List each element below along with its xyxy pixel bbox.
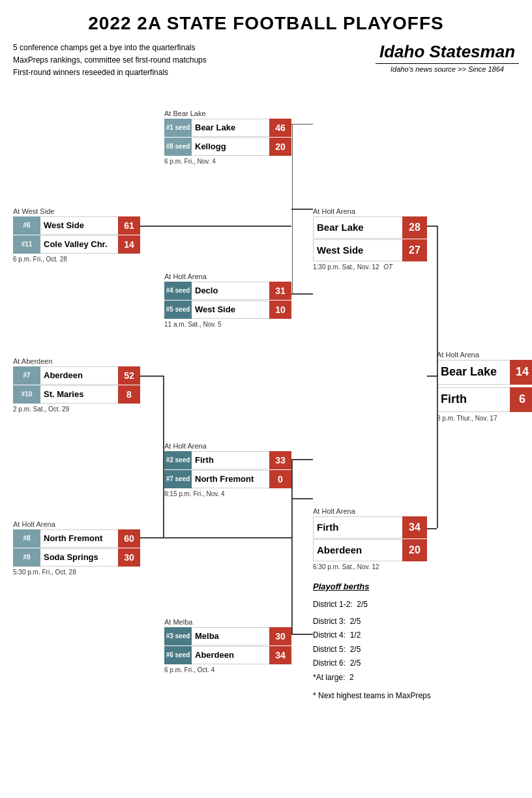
score-qf1-t2: 27 xyxy=(402,239,427,261)
time-qf1: 1:30 p.m. Sat., Nov. 12 OT xyxy=(313,263,427,271)
matchup-fr6: At Holt Arena #8 North Fremont 60 #9 Sod… xyxy=(13,520,140,576)
logo-block: Idaho Statesman Idaho's news source >> S… xyxy=(376,42,519,73)
teamname-fr4-t1: Aberdeen xyxy=(40,366,118,385)
seed-fr6-t2: #9 xyxy=(13,548,40,567)
teamname-fr4-t2: St. Maries xyxy=(40,385,118,404)
seed-fr2-t2: #11 xyxy=(13,235,40,254)
playoff-berths-title: Playoff berths xyxy=(313,579,431,594)
score-fr1-t1: 46 xyxy=(269,119,291,137)
matchup-fr3: At Holt Arena #4 seed Declo 31 #5 seed W… xyxy=(164,273,291,328)
matchup-final: At Holt Arena Bear Lake 14 Firth 6 8 p.m… xyxy=(437,351,532,422)
logo-name: Idaho Statesman xyxy=(376,42,519,62)
score-fr6-t2: 30 xyxy=(118,548,140,567)
time-fr3: 11 a.m. Sat., Nov. 5 xyxy=(164,321,291,328)
subtitle-2: MaxPreps rankings, committee set first-r… xyxy=(13,54,207,66)
time-fr6: 5:30 p.m. Fri., Oct. 28 xyxy=(13,569,140,576)
teamname-fr6-t1: North Fremont xyxy=(40,529,118,548)
teamname-qf2-t1: Firth xyxy=(313,516,402,539)
teamname-final-t1: Bear Lake xyxy=(437,360,510,385)
teamname-fr3-t1: Declo xyxy=(192,282,269,300)
matchup-fr4: At Aberdeen #7 Aberdeen 52 #10 St. Marie… xyxy=(13,357,140,413)
teamname-fr2-t2: Cole Valley Chr. xyxy=(40,235,118,254)
time-qf2: 6:30 p.m. Sat., Nov. 12 xyxy=(313,563,427,570)
venue-fr1: At Bear Lake xyxy=(164,110,291,117)
footnote: * Next highest teams in MaxPreps xyxy=(313,689,431,703)
score-fr4-t1: 52 xyxy=(118,366,140,385)
score-fr7-t1: 30 xyxy=(269,627,291,645)
teamname-fr2-t1: West Side xyxy=(40,216,118,235)
score-fr5-t1: 33 xyxy=(269,451,291,469)
score-fr1-t2: 20 xyxy=(269,138,291,156)
time-fr1: 6 p.m. Fri., Nov. 4 xyxy=(164,158,291,165)
teamname-qf2-t2: Aberdeen xyxy=(313,539,402,561)
teamname-qf1-t1: Bear Lake xyxy=(313,216,402,239)
score-fr2-t1: 61 xyxy=(118,216,140,235)
teamname-fr3-t2: West Side xyxy=(192,301,269,319)
seed-fr1-t1: #1 seed xyxy=(164,119,192,137)
venue-fr5: At Holt Arena xyxy=(164,442,291,450)
seed-fr6-t1: #8 xyxy=(13,529,40,548)
venue-qf1: At Holt Arena xyxy=(313,207,427,215)
logo-sub: Idaho's news source >> Since 1864 xyxy=(376,63,519,73)
score-fr3-t1: 31 xyxy=(269,282,291,300)
teamname-qf1-t2: West Side xyxy=(313,239,402,261)
matchup-qf1: At Holt Arena Bear Lake 28 West Side 27 … xyxy=(313,207,427,271)
page-title: 2022 2A STATE FOOTBALL PLAYOFFS xyxy=(13,13,519,34)
matchup-fr7: At Melba #3 seed Melba 30 #6 seed Aberde… xyxy=(164,618,291,673)
matchup-fr5: At Holt Arena #2 seed Firth 33 #7 seed N… xyxy=(164,442,291,497)
seed-fr1-t2: #8 seed xyxy=(164,138,192,156)
venue-fr7: At Melba xyxy=(164,618,291,626)
time-fr2: 6 p.m. Fri., Oct. 28 xyxy=(13,256,140,263)
time-fr4: 2 p.m. Sat., Oct. 29 xyxy=(13,406,140,413)
seed-fr7-t2: #6 seed xyxy=(164,646,192,664)
seed-fr4-t1: #7 xyxy=(13,366,40,385)
matchup-qf2: At Holt Arena Firth 34 Aberdeen 20 6:30 … xyxy=(313,507,427,570)
score-fr3-t2: 10 xyxy=(269,301,291,319)
matchup-fr1: At Bear Lake #1 seed Bear Lake 46 #8 see… xyxy=(164,110,291,165)
teamname-fr1-t2: Kellogg xyxy=(192,138,269,156)
venue-fr4: At Aberdeen xyxy=(13,357,140,365)
teamname-final-t2: Firth xyxy=(437,387,510,412)
teamname-fr6-t2: Soda Springs xyxy=(40,548,118,567)
teamname-fr7-t2: Aberdeen xyxy=(192,646,269,664)
score-fr6-t1: 60 xyxy=(118,529,140,548)
teamname-fr5-t1: Firth xyxy=(192,451,269,469)
teamname-fr5-t2: North Fremont xyxy=(192,470,269,488)
matchup-fr2: At West Side #6 West Side 61 #11 Cole Va… xyxy=(13,207,140,263)
time-fr5: 8:15 p.m. Fri., Nov. 4 xyxy=(164,490,291,497)
time-fr7: 6 p.m. Fri., Oct. 4 xyxy=(164,666,291,673)
info-panel: Playoff berths District 1-2: 2/5 Distric… xyxy=(313,579,431,703)
score-final-t2: 6 xyxy=(510,387,532,412)
score-fr7-t2: 34 xyxy=(269,646,291,664)
venue-fr2: At West Side xyxy=(13,207,140,215)
score-final-t1: 14 xyxy=(510,360,532,385)
seed-fr5-t1: #2 seed xyxy=(164,451,192,469)
time-final: 8 p.m. Thur., Nov. 17 xyxy=(437,415,532,422)
score-qf2-t2: 20 xyxy=(402,539,427,561)
seed-fr4-t2: #10 xyxy=(13,385,40,404)
score-qf2-t1: 34 xyxy=(402,516,427,539)
score-fr2-t2: 14 xyxy=(118,235,140,254)
subtitle-3: First-round winners reseeded in quarterf… xyxy=(13,66,207,79)
score-fr5-t2: 0 xyxy=(269,470,291,488)
score-qf1-t1: 28 xyxy=(402,216,427,239)
venue-fr3: At Holt Arena xyxy=(164,273,291,280)
seed-fr3-t2: #5 seed xyxy=(164,301,192,319)
venue-qf2: At Holt Arena xyxy=(313,507,427,515)
district-list: District 1-2: 2/5 District 3: 2/5 Distri… xyxy=(313,598,431,685)
seed-fr2-t1: #6 xyxy=(13,216,40,235)
teamname-fr7-t1: Melba xyxy=(192,627,269,645)
teamname-fr1-t1: Bear Lake xyxy=(192,119,269,137)
venue-final: At Holt Arena xyxy=(437,351,532,359)
subtitle-block: 5 conference champs get a bye into the q… xyxy=(13,42,207,80)
score-fr4-t2: 8 xyxy=(118,385,140,404)
seed-fr7-t1: #3 seed xyxy=(164,627,192,645)
seed-fr5-t2: #7 seed xyxy=(164,470,192,488)
subtitle-1: 5 conference champs get a bye into the q… xyxy=(13,42,207,54)
seed-fr3-t1: #4 seed xyxy=(164,282,192,300)
venue-fr6: At Holt Arena xyxy=(13,520,140,528)
